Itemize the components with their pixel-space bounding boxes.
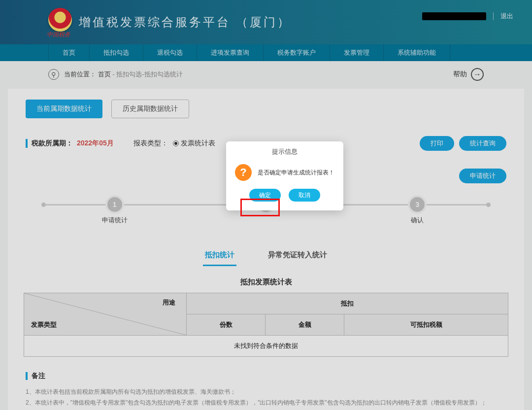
modal-message: 是否确定申请生成统计报表！ xyxy=(258,169,334,177)
modal-ok-button[interactable]: 确定 xyxy=(249,189,281,202)
modal-cancel-button[interactable]: 取消 xyxy=(289,189,320,202)
modal-title: 提示信息 xyxy=(226,141,343,161)
question-icon: ? xyxy=(235,164,252,181)
confirm-modal: 提示信息 ? 是否确定申请生成统计报表！ 确定 取消 xyxy=(226,141,343,210)
